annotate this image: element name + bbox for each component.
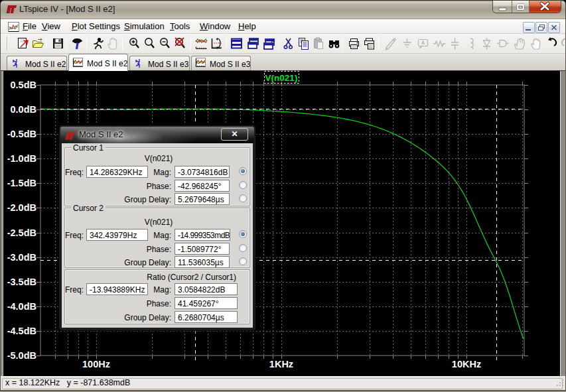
- svg-text:V(n021): V(n021): [265, 73, 298, 83]
- svg-text:-3.5dB: -3.5dB: [7, 277, 36, 287]
- svg-text:-4.5dB: -4.5dB: [7, 326, 36, 336]
- svg-text:-1.0dB: -1.0dB: [7, 153, 36, 164]
- svg-text:0.5dB: 0.5dB: [11, 80, 37, 90]
- svg-text:100Hz: 100Hz: [82, 359, 110, 369]
- svg-text:-4.0dB: -4.0dB: [7, 301, 36, 312]
- svg-text:-3.0dB: -3.0dB: [7, 252, 36, 263]
- svg-text:-1.5dB: -1.5dB: [7, 178, 36, 188]
- svg-text:10KHz: 10KHz: [452, 359, 481, 369]
- svg-text:-2.0dB: -2.0dB: [7, 202, 36, 213]
- svg-text:-5.0dB: -5.0dB: [7, 350, 36, 361]
- svg-text:-0.5dB: -0.5dB: [7, 129, 36, 139]
- svg-text:-2.5dB: -2.5dB: [7, 228, 36, 238]
- svg-text:0.0dB: 0.0dB: [11, 104, 37, 115]
- svg-text:1KHz: 1KHz: [269, 359, 293, 369]
